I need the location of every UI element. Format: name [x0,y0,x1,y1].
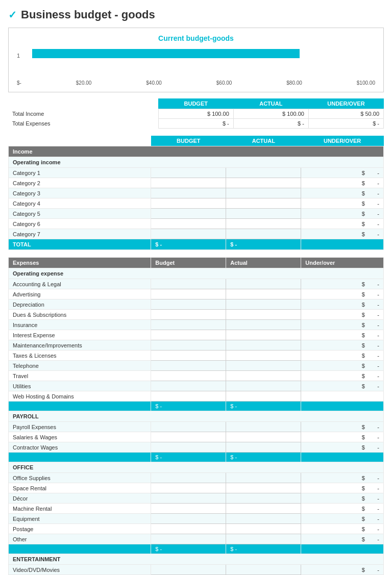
income-cat3-actual[interactable] [226,188,301,198]
income-cat6-actual[interactable] [226,219,301,229]
income-category-6: Category 6 $ - [9,219,384,229]
office-item-5-actual[interactable] [226,524,301,534]
income-cat1-budget[interactable] [151,168,226,178]
op-item-0-actual[interactable] [226,279,301,289]
income-cat3-budget[interactable] [151,188,226,198]
office-label: OFFICE [9,462,384,473]
op-item-0-label: Accounting & Legal [9,279,151,289]
op-item-7: Taxes & Licenses $ - [9,351,384,361]
x-label-3: $60.00 [216,80,232,86]
income-cat6-budget[interactable] [151,219,226,229]
ent-item-0-actual[interactable] [226,565,301,575]
op-item-9: Travel $ - [9,371,384,381]
office-item-5-label: Postage [9,524,151,534]
office-item-2-budget[interactable] [151,493,226,504]
office-item-3-budget[interactable] [151,504,226,514]
payroll-item-2-actual[interactable] [226,442,301,453]
op-item-10-budget[interactable] [151,381,226,391]
op-item-1-budget[interactable] [151,289,226,299]
op-item-3-under: $ - [301,310,384,320]
payroll-item-0-actual[interactable] [226,422,301,432]
op-item-10-actual[interactable] [226,381,301,391]
op-item-6-under: $ - [301,340,384,351]
op-item-11-budget[interactable] [151,391,226,402]
op-item-10-label: Utilities [9,381,151,391]
office-item-2-actual[interactable] [226,493,301,504]
income-section-label: Income [9,146,384,157]
op-item-4-budget[interactable] [151,320,226,330]
income-table: BUDGET ACTUAL UNDER/OVER Income Operatin… [8,136,384,250]
office-item-6-budget[interactable] [151,534,226,544]
office-subsection: OFFICE [9,462,384,473]
income-cat4-budget[interactable] [151,198,226,209]
income-cat5-under: $ - [301,209,384,219]
income-cat1-label: Category 1 [9,168,151,178]
income-total-under [301,239,384,250]
payroll-item-1-actual[interactable] [226,432,301,442]
op-item-8: Telephone $ - [9,361,384,371]
op-item-9-under: $ - [301,371,384,381]
op-item-11-actual[interactable] [226,391,301,402]
op-item-3-label: Dues & Subscriptions [9,310,151,320]
payroll-subtotal-actual: $ - [226,453,301,462]
office-item-1-actual[interactable] [226,483,301,493]
payroll-item-1-budget[interactable] [151,432,226,442]
op-item-6-budget[interactable] [151,340,226,351]
income-cat5-budget[interactable] [151,209,226,219]
office-item-3-actual[interactable] [226,504,301,514]
income-cat4-actual[interactable] [226,198,301,209]
op-item-8-label: Telephone [9,361,151,371]
income-cat5-actual[interactable] [226,209,301,219]
expenses-col-budget: Budget [151,258,226,268]
chart-bar [32,49,300,58]
office-item-4-budget[interactable] [151,514,226,524]
payroll-item-2-budget[interactable] [151,442,226,453]
payroll-item-0-budget[interactable] [151,422,226,432]
x-label-1: $20.00 [76,80,92,86]
office-item-2: Décor $ - [9,493,384,504]
income-category-3: Category 3 $ - [9,188,384,198]
op-item-10: Utilities $ - [9,381,384,391]
income-cat7-budget[interactable] [151,229,226,239]
op-item-3-actual[interactable] [226,310,301,320]
op-item-8-budget[interactable] [151,361,226,371]
op-item-8-actual[interactable] [226,361,301,371]
op-item-7-actual[interactable] [226,351,301,361]
office-item-1-budget[interactable] [151,483,226,493]
income-category-5: Category 5 $ - [9,209,384,219]
income-cat5-label: Category 5 [9,209,151,219]
office-item-4: Equipment $ - [9,514,384,524]
income-cat7-actual[interactable] [226,229,301,239]
op-item-2-budget[interactable] [151,299,226,310]
payroll-item-1-label: Salaries & Wages [9,432,151,442]
op-item-3-budget[interactable] [151,310,226,320]
income-cat1-actual[interactable] [226,168,301,178]
op-item-4-actual[interactable] [226,320,301,330]
op-item-9-budget[interactable] [151,371,226,381]
op-item-9-actual[interactable] [226,371,301,381]
op-subtotal-actual: $ - [226,402,301,411]
op-item-5-budget[interactable] [151,330,226,340]
op-item-2-actual[interactable] [226,299,301,310]
op-item-8-under: $ - [301,361,384,371]
op-item-6-actual[interactable] [226,340,301,351]
office-item-4-actual[interactable] [226,514,301,524]
office-item-5: Postage $ - [9,524,384,534]
op-item-0-budget[interactable] [151,279,226,289]
office-item-6-actual[interactable] [226,534,301,544]
office-item-2-under: $ - [301,493,384,504]
income-cat2-budget[interactable] [151,178,226,188]
op-item-1-actual[interactable] [226,289,301,299]
payroll-item-2: Contractor Wages $ - [9,442,384,453]
office-subtotal-budget: $ - [151,544,226,554]
office-item-0-actual[interactable] [226,473,301,483]
office-item-0-budget[interactable] [151,473,226,483]
income-cat2-actual[interactable] [226,178,301,188]
ent-item-0-budget[interactable] [151,565,226,575]
entertainment-label: ENTERTAINMENT [9,554,384,565]
office-item-5-budget[interactable] [151,524,226,534]
op-item-7-under: $ - [301,351,384,361]
summary-expenses-actual: $ - [233,119,308,129]
op-item-7-budget[interactable] [151,351,226,361]
op-item-5-actual[interactable] [226,330,301,340]
